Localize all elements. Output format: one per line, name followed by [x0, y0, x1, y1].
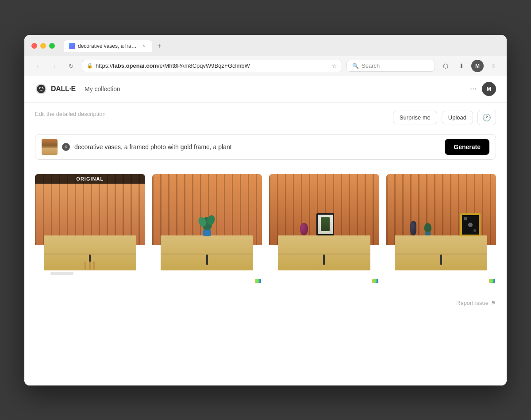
minimize-window-button[interactable]	[40, 43, 46, 49]
small-plant-gen3	[424, 223, 431, 235]
cabinet-gen2	[278, 235, 370, 271]
refresh-button[interactable]: ↻	[65, 60, 77, 72]
active-tab[interactable]: decorative vases, a framed pho… ×	[64, 40, 152, 52]
report-issue-link[interactable]: Report issue ⚑	[456, 300, 496, 306]
new-tab-button[interactable]: +	[154, 41, 165, 51]
history-icon: 🕐	[482, 113, 491, 122]
search-icon: 🔍	[352, 63, 359, 69]
hamburger-icon: ≡	[492, 62, 495, 69]
address-text: https://labs.openai.com/e/Mht8PAm8CpqvW9…	[96, 62, 329, 69]
generate-button[interactable]: Generate	[445, 139, 489, 155]
forward-button[interactable]: ›	[48, 60, 61, 72]
openai-logo-icon	[35, 83, 47, 95]
title-bar-top: decorative vases, a framed pho… × +	[31, 40, 500, 52]
app-name: DALL·E	[51, 85, 76, 93]
user-avatar-small[interactable]: M	[471, 60, 484, 72]
tabs-row: decorative vases, a framed pho… × +	[64, 40, 500, 52]
user-avatar[interactable]: M	[482, 82, 496, 96]
report-label: Report issue	[456, 300, 489, 306]
shoes-original	[50, 272, 73, 275]
lock-icon: 🔒	[87, 63, 93, 69]
bookmark-icon[interactable]: ☆	[331, 62, 337, 69]
cabinet-gen1	[161, 235, 253, 271]
toolbar-actions: ⬡ ⬇ M ≡	[439, 60, 500, 72]
url-path: /e/Mht8PAm8CpqvW9BqzFGclmbW	[158, 62, 250, 69]
refresh-icon: ↻	[69, 62, 74, 69]
cabinet-gen3	[395, 235, 487, 271]
prompt-text[interactable]: decorative vases, a framed photo with go…	[74, 143, 440, 150]
traffic-lights	[31, 43, 55, 49]
image-grid: ORIGINAL	[24, 165, 507, 293]
gen2-image	[269, 174, 379, 284]
color-strip-gen2	[372, 279, 378, 283]
url-domain: labs.openai.com	[113, 62, 158, 69]
image-card-gen2[interactable]	[269, 174, 379, 284]
cabinet-original	[44, 235, 136, 271]
frame-gen2	[316, 213, 334, 235]
pocket-icon: ⬡	[443, 62, 448, 69]
back-icon: ‹	[37, 62, 39, 69]
search-label: Search	[362, 62, 380, 69]
my-collection-link[interactable]: My collection	[85, 85, 120, 92]
forward-icon: ›	[54, 62, 56, 69]
dark-vase-gen3	[410, 221, 416, 235]
railing-bg	[35, 174, 145, 246]
surprise-me-button[interactable]: Surprise me	[393, 111, 437, 124]
tab-title: decorative vases, a framed pho…	[78, 43, 138, 49]
maximize-window-button[interactable]	[49, 43, 55, 49]
original-badge: ORIGINAL	[35, 174, 145, 184]
gold-frame-gen3	[460, 213, 481, 236]
app-logo: DALL·E	[35, 83, 76, 95]
download-icon: ⬇	[459, 62, 464, 69]
browser-menu-button[interactable]: ≡	[487, 60, 500, 72]
download-button[interactable]: ⬇	[455, 60, 468, 72]
remove-image-button[interactable]: ×	[62, 143, 70, 151]
app-menu-button[interactable]: ···	[470, 84, 477, 93]
app-footer: Report issue ⚑	[24, 293, 507, 313]
close-icon: ×	[65, 144, 67, 149]
address-bar[interactable]: 🔒 https://labs.openai.com/e/Mht8PAm8Cpqv…	[82, 60, 342, 72]
prompt-hint: Edit the detailed description	[35, 110, 106, 118]
browser-window: decorative vases, a framed pho… × + ‹ › …	[24, 35, 507, 385]
gen1-image	[152, 174, 262, 284]
app-content: DALL·E My collection ··· M Edit the deta…	[24, 76, 507, 385]
close-window-button[interactable]	[31, 43, 37, 49]
gen3-image	[386, 174, 496, 284]
vase-gen2	[300, 223, 308, 235]
prompt-input-row[interactable]: × decorative vases, a framed photo with …	[35, 134, 496, 160]
image-card-gen1[interactable]	[152, 174, 262, 284]
prompt-area: × decorative vases, a framed photo with …	[24, 125, 507, 165]
title-bar: decorative vases, a framed pho… × +	[24, 35, 507, 56]
original-image: ORIGINAL	[35, 174, 145, 284]
tab-favicon	[69, 43, 75, 49]
plant-gen1	[202, 217, 212, 236]
back-button[interactable]: ‹	[31, 60, 44, 72]
color-strip-gen1	[255, 279, 261, 283]
tab-close-button[interactable]: ×	[141, 43, 147, 49]
image-card-original[interactable]: ORIGINAL	[35, 174, 145, 284]
prompt-hint-text: Edit the detailed description	[35, 111, 106, 117]
history-button[interactable]: 🕐	[477, 110, 496, 125]
browser-toolbar: ‹ › ↻ 🔒 https://labs.openai.com/e/Mht8PA…	[24, 56, 507, 76]
url-protocol: https://	[96, 62, 113, 69]
color-strip-gen3	[489, 279, 495, 283]
report-icon: ⚑	[491, 300, 496, 306]
prompt-thumbnail	[42, 139, 58, 155]
browser-search-bar[interactable]: 🔍 Search	[346, 60, 435, 72]
upload-button[interactable]: Upload	[442, 111, 473, 124]
pocket-button[interactable]: ⬡	[439, 60, 452, 72]
app-header: DALL·E My collection ··· M	[24, 76, 507, 103]
image-card-gen3[interactable]	[386, 174, 496, 284]
